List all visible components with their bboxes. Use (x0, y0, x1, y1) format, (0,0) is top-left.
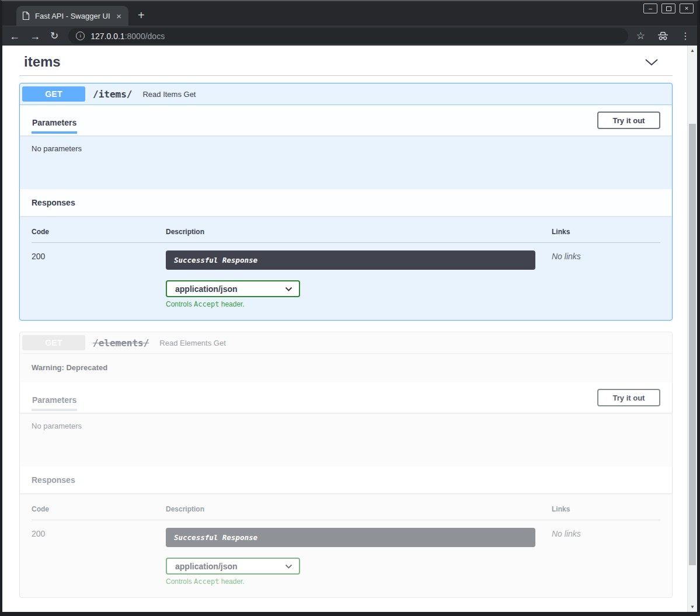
scroll-down-icon[interactable]: ▼ (688, 604, 697, 610)
media-type-select[interactable]: application/json (166, 280, 300, 297)
opblock-get-items: GET /items/ Read Items Get Parameters Tr… (19, 83, 673, 321)
col-header-links: Links (552, 228, 660, 236)
chevron-down-icon[interactable] (645, 58, 659, 66)
responses-title: Responses (32, 475, 75, 485)
close-button[interactable]: × (680, 4, 694, 13)
responses-table: Code Description Links 200 Successful Re… (20, 493, 672, 597)
tab-close-icon[interactable]: × (114, 11, 123, 21)
browser-tab[interactable]: Fast API - Swagger UI × (16, 6, 128, 26)
opblock-get-elements-deprecated: GET /elements/ Read Elements Get Warning… (19, 332, 673, 598)
back-button[interactable]: ← (9, 31, 20, 41)
responses-title: Responses (32, 198, 75, 207)
responses-header: Responses (20, 189, 672, 216)
page-icon (22, 11, 30, 20)
accept-header-note: Controls Accept header. (166, 300, 552, 308)
forward-button[interactable]: → (30, 31, 40, 41)
col-header-code: Code (32, 228, 166, 236)
scrollbar[interactable]: ▲ ▼ (687, 46, 697, 612)
page-viewport: items GET /items/ Read Items Get Paramet… (2, 46, 697, 612)
select-chevron-icon (285, 287, 292, 291)
no-parameters-text: No parameters (32, 144, 82, 153)
col-header-description: Description (166, 228, 552, 236)
responses-table: Code Description Links 200 Successful Re… (20, 216, 672, 320)
scroll-up-icon[interactable]: ▲ (688, 48, 697, 53)
url-host: 127.0.0.1 (90, 32, 124, 41)
response-description-cell: Successful Response application/json Con… (166, 528, 552, 586)
response-description: Successful Response (166, 250, 535, 270)
response-code: 200 (32, 528, 166, 586)
response-links: No links (552, 528, 660, 586)
response-description: Successful Response (166, 528, 535, 547)
bookmark-star-icon[interactable]: ☆ (636, 30, 645, 42)
parameters-body: No parameters (20, 135, 672, 189)
reload-button[interactable]: ↻ (50, 31, 58, 41)
try-it-out-button[interactable]: Try it out (597, 112, 660, 129)
method-badge: GET (22, 335, 85, 350)
select-chevron-icon (285, 564, 292, 569)
col-header-description: Description (166, 505, 552, 513)
maximize-icon (666, 6, 671, 11)
media-type-select[interactable]: application/json (166, 558, 300, 575)
method-badge: GET (22, 86, 85, 102)
window-controls: – × (643, 4, 694, 13)
tab-strip: Fast API - Swagger UI × + – × (2, 1, 697, 26)
tab-parameters[interactable]: Parameters (32, 388, 77, 411)
site-info-icon[interactable]: i (76, 32, 85, 40)
parameters-body: No parameters (20, 413, 672, 467)
minimize-button[interactable]: – (643, 4, 657, 13)
responses-table-header: Code Description Links (32, 505, 660, 520)
responses-table-header: Code Description Links (32, 228, 660, 243)
browser-window: Fast API - Swagger UI × + – × ← → ↻ i 12… (0, 0, 700, 616)
url-path: :8000/docs (125, 32, 165, 41)
endpoint-path: /elements/ (93, 337, 149, 349)
swagger-page: items GET /items/ Read Items Get Paramet… (2, 46, 687, 612)
no-parameters-text: No parameters (32, 422, 82, 430)
endpoint-path: /items/ (93, 89, 132, 100)
maximize-button[interactable] (661, 4, 675, 13)
tag-title: items (24, 54, 61, 70)
tag-divider (19, 75, 673, 76)
parameters-header: Parameters Try it out (20, 382, 672, 413)
response-row: 200 Successful Response application/json… (32, 520, 660, 586)
tab-title: Fast API - Swagger UI (35, 12, 114, 20)
browser-toolbar: ← → ↻ i 127.0.0.1:8000/docs ☆ ⋮ (2, 26, 697, 46)
try-it-out-button[interactable]: Try it out (597, 389, 660, 406)
scrollbar-thumb[interactable] (689, 124, 696, 565)
tab-parameters[interactable]: Parameters (32, 111, 77, 134)
endpoint-summary: Read Elements Get (159, 339, 225, 347)
endpoint-summary: Read Items Get (142, 90, 196, 99)
accept-header-note: Controls Accept header. (166, 577, 552, 586)
address-bar[interactable]: i 127.0.0.1:8000/docs (68, 28, 628, 44)
tag-header[interactable]: items (19, 51, 673, 70)
opblock-summary[interactable]: GET /items/ Read Items Get (20, 83, 672, 105)
response-code: 200 (32, 250, 166, 308)
response-row: 200 Successful Response application/json… (32, 243, 660, 308)
browser-menu-button[interactable]: ⋮ (681, 30, 690, 41)
responses-header: Responses (20, 467, 672, 493)
media-type-value: application/json (175, 562, 238, 571)
new-tab-button[interactable]: + (138, 9, 145, 26)
response-links: No links (552, 250, 660, 308)
deprecation-warning: Warning: Deprecated (20, 354, 672, 382)
toolbar-right: ☆ ⋮ (636, 30, 690, 42)
col-header-links: Links (552, 505, 660, 513)
opblock-summary[interactable]: GET /elements/ Read Elements Get (20, 332, 672, 354)
media-type-value: application/json (175, 284, 238, 294)
col-header-code: Code (32, 505, 166, 513)
response-description-cell: Successful Response application/json Con… (166, 250, 552, 308)
incognito-icon (657, 31, 669, 41)
parameters-header: Parameters Try it out (20, 105, 672, 135)
